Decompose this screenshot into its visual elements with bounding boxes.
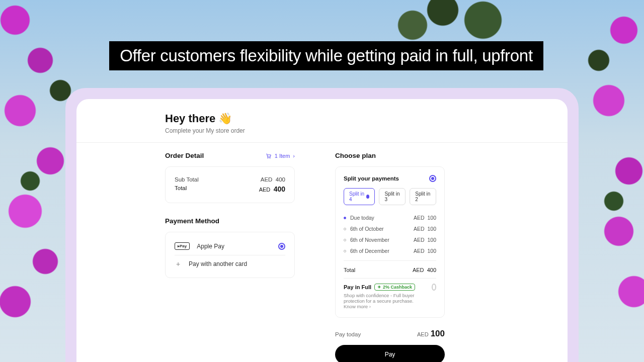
plan-full-radio[interactable] — [432, 284, 436, 291]
plan-split-radio[interactable] — [429, 175, 436, 182]
schedule-row: 6th of December AED 100 — [344, 245, 436, 256]
order-detail-title: Order Detail — [165, 152, 204, 159]
tab-split-3[interactable]: Split in 3 — [379, 188, 406, 205]
pay-in-full-title: Pay in Full — [344, 284, 371, 290]
pif-description: Shop with confidence - Full buyer protec… — [344, 293, 414, 304]
pay-button[interactable]: Pay — [335, 345, 445, 362]
order-items-link[interactable]: 1 Item › — [266, 153, 295, 159]
schedule-row: 6th of November AED 100 — [344, 234, 436, 245]
choose-plan-title: Choose plan — [335, 152, 376, 159]
plan-total-label: Total — [344, 267, 355, 273]
plus-icon: + — [175, 260, 182, 267]
apple-pay-label: Apple Pay — [197, 243, 224, 250]
schedule-row: Due today AED 100 — [344, 212, 436, 223]
payment-option-apple-pay[interactable]: ▸Pay Apple Pay — [175, 237, 285, 255]
cashback-badge: ✦ 2% Cashback — [374, 284, 415, 291]
apple-pay-icon: ▸Pay — [175, 242, 190, 250]
page-title: Hey there 👋 — [165, 112, 568, 125]
order-items-count: 1 Item — [275, 153, 290, 159]
tab-split-4[interactable]: Split in 4 — [344, 188, 375, 205]
schedule-row: 6th of October AED 100 — [344, 223, 436, 234]
subtotal-label: Sub Total — [175, 176, 199, 183]
chevron-right-icon: › — [293, 153, 295, 159]
other-card-label: Pay with another card — [189, 260, 247, 267]
total-label: Total — [175, 185, 187, 193]
payment-schedule: Due today AED 100 6th of October AED 100… — [344, 212, 436, 256]
payment-method-card: ▸Pay Apple Pay + Pay with another card — [165, 232, 295, 278]
page-subtitle: Complete your My store order — [165, 127, 568, 134]
order-summary-card: Sub Total AED 400 Total AED 400 — [165, 166, 295, 203]
svg-point-1 — [270, 157, 271, 158]
sparkle-icon: ✦ — [377, 285, 381, 290]
know-more-link[interactable]: Know more › — [344, 304, 371, 309]
svg-point-0 — [268, 157, 269, 158]
tab-split-2[interactable]: Split in 2 — [410, 188, 436, 205]
split-payments-title: Split your payments — [344, 175, 399, 182]
active-dot-icon — [366, 195, 369, 199]
device-frame: Hey there 👋 Complete your My store order… — [65, 88, 579, 362]
plan-card: Split your payments Split in 4 Split in … — [335, 166, 445, 318]
payment-option-other-card[interactable]: + Pay with another card — [175, 255, 285, 273]
checkout-screen: Hey there 👋 Complete your My store order… — [76, 99, 568, 362]
payment-method-title: Payment Method — [165, 217, 295, 225]
cart-icon — [266, 153, 272, 159]
hero-banner: Offer customers flexibility while gettin… — [109, 41, 543, 70]
pay-today-label: Pay today — [335, 331, 361, 337]
radio-selected-icon — [278, 243, 285, 250]
